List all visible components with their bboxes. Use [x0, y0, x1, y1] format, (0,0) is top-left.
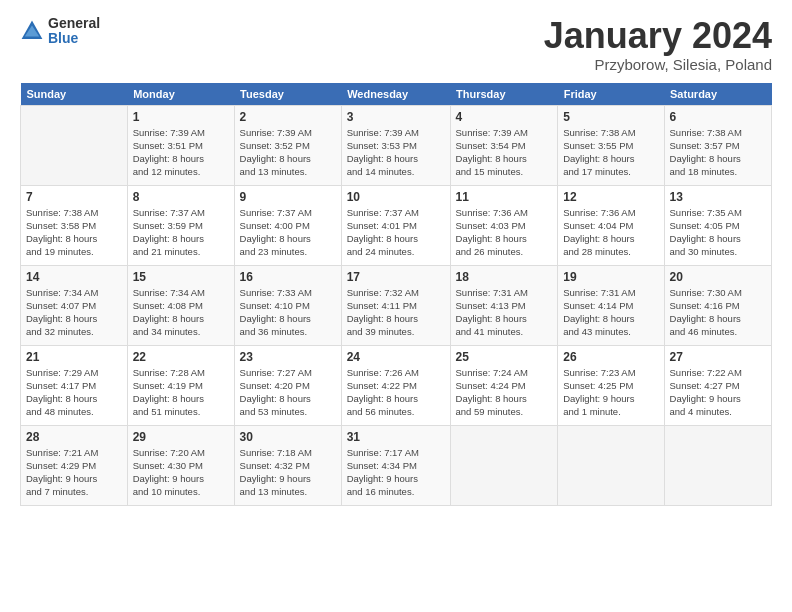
- logo-icon: [20, 19, 44, 43]
- day-info: Sunrise: 7:30 AM Sunset: 4:16 PM Dayligh…: [670, 286, 766, 339]
- day-info: Sunrise: 7:39 AM Sunset: 3:54 PM Dayligh…: [456, 126, 553, 179]
- day-info: Sunrise: 7:28 AM Sunset: 4:19 PM Dayligh…: [133, 366, 229, 419]
- calendar-week-row: 28Sunrise: 7:21 AM Sunset: 4:29 PM Dayli…: [21, 425, 772, 505]
- day-info: Sunrise: 7:39 AM Sunset: 3:52 PM Dayligh…: [240, 126, 336, 179]
- calendar-week-row: 1Sunrise: 7:39 AM Sunset: 3:51 PM Daylig…: [21, 105, 772, 185]
- day-info: Sunrise: 7:35 AM Sunset: 4:05 PM Dayligh…: [670, 206, 766, 259]
- calendar-cell: 17Sunrise: 7:32 AM Sunset: 4:11 PM Dayli…: [341, 265, 450, 345]
- day-info: Sunrise: 7:36 AM Sunset: 4:04 PM Dayligh…: [563, 206, 658, 259]
- day-info: Sunrise: 7:17 AM Sunset: 4:34 PM Dayligh…: [347, 446, 445, 499]
- col-wednesday: Wednesday: [341, 83, 450, 106]
- col-friday: Friday: [558, 83, 664, 106]
- calendar-cell: 21Sunrise: 7:29 AM Sunset: 4:17 PM Dayli…: [21, 345, 128, 425]
- calendar-cell: 25Sunrise: 7:24 AM Sunset: 4:24 PM Dayli…: [450, 345, 558, 425]
- day-number: 1: [133, 110, 229, 124]
- calendar-cell: 31Sunrise: 7:17 AM Sunset: 4:34 PM Dayli…: [341, 425, 450, 505]
- day-number: 27: [670, 350, 766, 364]
- calendar-cell: 15Sunrise: 7:34 AM Sunset: 4:08 PM Dayli…: [127, 265, 234, 345]
- day-number: 5: [563, 110, 658, 124]
- col-sunday: Sunday: [21, 83, 128, 106]
- day-number: 12: [563, 190, 658, 204]
- month-title: January 2024: [544, 16, 772, 56]
- day-info: Sunrise: 7:18 AM Sunset: 4:32 PM Dayligh…: [240, 446, 336, 499]
- day-info: Sunrise: 7:34 AM Sunset: 4:07 PM Dayligh…: [26, 286, 122, 339]
- col-thursday: Thursday: [450, 83, 558, 106]
- day-number: 31: [347, 430, 445, 444]
- day-number: 21: [26, 350, 122, 364]
- calendar-cell: [664, 425, 771, 505]
- day-info: Sunrise: 7:21 AM Sunset: 4:29 PM Dayligh…: [26, 446, 122, 499]
- day-number: 13: [670, 190, 766, 204]
- calendar-cell: 8Sunrise: 7:37 AM Sunset: 3:59 PM Daylig…: [127, 185, 234, 265]
- day-number: 2: [240, 110, 336, 124]
- day-number: 24: [347, 350, 445, 364]
- calendar-week-row: 14Sunrise: 7:34 AM Sunset: 4:07 PM Dayli…: [21, 265, 772, 345]
- day-number: 18: [456, 270, 553, 284]
- calendar-cell: 29Sunrise: 7:20 AM Sunset: 4:30 PM Dayli…: [127, 425, 234, 505]
- logo-text: General Blue: [48, 16, 100, 47]
- day-info: Sunrise: 7:38 AM Sunset: 3:55 PM Dayligh…: [563, 126, 658, 179]
- day-number: 29: [133, 430, 229, 444]
- calendar-week-row: 7Sunrise: 7:38 AM Sunset: 3:58 PM Daylig…: [21, 185, 772, 265]
- day-number: 10: [347, 190, 445, 204]
- calendar-week-row: 21Sunrise: 7:29 AM Sunset: 4:17 PM Dayli…: [21, 345, 772, 425]
- calendar-cell: 26Sunrise: 7:23 AM Sunset: 4:25 PM Dayli…: [558, 345, 664, 425]
- calendar-cell: 13Sunrise: 7:35 AM Sunset: 4:05 PM Dayli…: [664, 185, 771, 265]
- page-container: General Blue January 2024 Przyborow, Sil…: [0, 0, 792, 516]
- day-info: Sunrise: 7:37 AM Sunset: 3:59 PM Dayligh…: [133, 206, 229, 259]
- day-info: Sunrise: 7:33 AM Sunset: 4:10 PM Dayligh…: [240, 286, 336, 339]
- calendar-cell: 11Sunrise: 7:36 AM Sunset: 4:03 PM Dayli…: [450, 185, 558, 265]
- logo-blue-text: Blue: [48, 31, 100, 46]
- day-info: Sunrise: 7:26 AM Sunset: 4:22 PM Dayligh…: [347, 366, 445, 419]
- day-number: 4: [456, 110, 553, 124]
- calendar-cell: 16Sunrise: 7:33 AM Sunset: 4:10 PM Dayli…: [234, 265, 341, 345]
- calendar-cell: [21, 105, 128, 185]
- day-number: 8: [133, 190, 229, 204]
- calendar-cell: 19Sunrise: 7:31 AM Sunset: 4:14 PM Dayli…: [558, 265, 664, 345]
- day-number: 9: [240, 190, 336, 204]
- day-number: 28: [26, 430, 122, 444]
- day-info: Sunrise: 7:39 AM Sunset: 3:51 PM Dayligh…: [133, 126, 229, 179]
- calendar-cell: 22Sunrise: 7:28 AM Sunset: 4:19 PM Dayli…: [127, 345, 234, 425]
- day-number: 7: [26, 190, 122, 204]
- location-subtitle: Przyborow, Silesia, Poland: [544, 56, 772, 73]
- day-number: 22: [133, 350, 229, 364]
- day-number: 14: [26, 270, 122, 284]
- logo-general-text: General: [48, 16, 100, 31]
- day-info: Sunrise: 7:31 AM Sunset: 4:14 PM Dayligh…: [563, 286, 658, 339]
- day-info: Sunrise: 7:38 AM Sunset: 3:57 PM Dayligh…: [670, 126, 766, 179]
- day-number: 11: [456, 190, 553, 204]
- day-info: Sunrise: 7:20 AM Sunset: 4:30 PM Dayligh…: [133, 446, 229, 499]
- calendar-cell: 3Sunrise: 7:39 AM Sunset: 3:53 PM Daylig…: [341, 105, 450, 185]
- calendar-cell: 4Sunrise: 7:39 AM Sunset: 3:54 PM Daylig…: [450, 105, 558, 185]
- calendar-cell: 12Sunrise: 7:36 AM Sunset: 4:04 PM Dayli…: [558, 185, 664, 265]
- day-info: Sunrise: 7:36 AM Sunset: 4:03 PM Dayligh…: [456, 206, 553, 259]
- day-number: 17: [347, 270, 445, 284]
- calendar-cell: 7Sunrise: 7:38 AM Sunset: 3:58 PM Daylig…: [21, 185, 128, 265]
- calendar-cell: 23Sunrise: 7:27 AM Sunset: 4:20 PM Dayli…: [234, 345, 341, 425]
- day-number: 15: [133, 270, 229, 284]
- day-info: Sunrise: 7:32 AM Sunset: 4:11 PM Dayligh…: [347, 286, 445, 339]
- day-info: Sunrise: 7:38 AM Sunset: 3:58 PM Dayligh…: [26, 206, 122, 259]
- day-info: Sunrise: 7:22 AM Sunset: 4:27 PM Dayligh…: [670, 366, 766, 419]
- day-number: 23: [240, 350, 336, 364]
- calendar-cell: 9Sunrise: 7:37 AM Sunset: 4:00 PM Daylig…: [234, 185, 341, 265]
- calendar-cell: 5Sunrise: 7:38 AM Sunset: 3:55 PM Daylig…: [558, 105, 664, 185]
- day-info: Sunrise: 7:34 AM Sunset: 4:08 PM Dayligh…: [133, 286, 229, 339]
- day-info: Sunrise: 7:23 AM Sunset: 4:25 PM Dayligh…: [563, 366, 658, 419]
- calendar-table: Sunday Monday Tuesday Wednesday Thursday…: [20, 83, 772, 506]
- day-number: 19: [563, 270, 658, 284]
- day-number: 26: [563, 350, 658, 364]
- calendar-cell: 14Sunrise: 7:34 AM Sunset: 4:07 PM Dayli…: [21, 265, 128, 345]
- day-number: 30: [240, 430, 336, 444]
- day-info: Sunrise: 7:37 AM Sunset: 4:01 PM Dayligh…: [347, 206, 445, 259]
- header: General Blue January 2024 Przyborow, Sil…: [20, 16, 772, 73]
- calendar-cell: 27Sunrise: 7:22 AM Sunset: 4:27 PM Dayli…: [664, 345, 771, 425]
- day-info: Sunrise: 7:27 AM Sunset: 4:20 PM Dayligh…: [240, 366, 336, 419]
- calendar-cell: 30Sunrise: 7:18 AM Sunset: 4:32 PM Dayli…: [234, 425, 341, 505]
- col-tuesday: Tuesday: [234, 83, 341, 106]
- day-number: 3: [347, 110, 445, 124]
- calendar-cell: 1Sunrise: 7:39 AM Sunset: 3:51 PM Daylig…: [127, 105, 234, 185]
- day-number: 16: [240, 270, 336, 284]
- day-info: Sunrise: 7:29 AM Sunset: 4:17 PM Dayligh…: [26, 366, 122, 419]
